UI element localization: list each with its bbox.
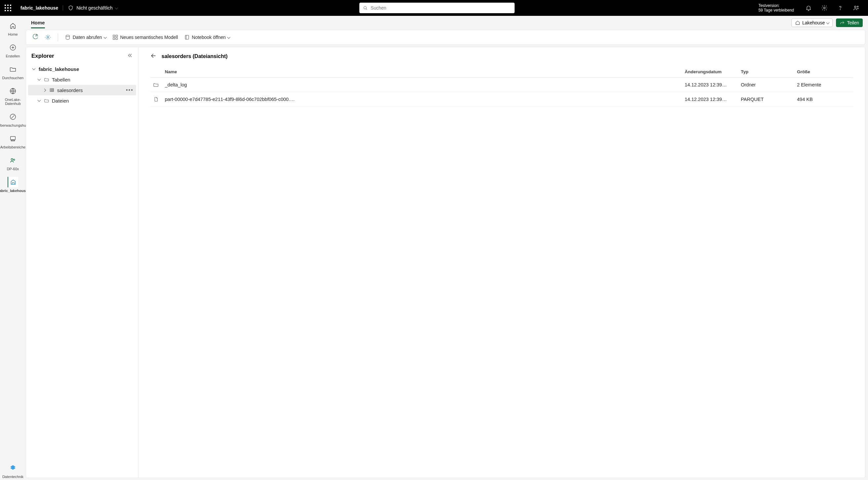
- svg-point-11: [13, 159, 15, 160]
- workspaces-icon: [9, 135, 17, 142]
- notebook-icon: [184, 34, 190, 40]
- svg-rect-14: [113, 35, 115, 37]
- svg-point-4: [857, 6, 858, 7]
- folder-icon: [44, 77, 49, 82]
- svg-point-10: [11, 159, 13, 161]
- cell-name: _delta_log: [165, 82, 685, 88]
- file-view: salesorders (Dateiansicht) Name Änderung…: [138, 47, 865, 478]
- fabric-icon: [9, 464, 17, 472]
- share-icon: [840, 20, 845, 25]
- cell-type: PARQUET: [741, 97, 797, 102]
- arrow-left-icon: [150, 53, 157, 59]
- data-icon: [65, 34, 71, 40]
- nav-workspaces[interactable]: Arbeitsbereiche: [1, 132, 25, 150]
- svg-rect-15: [116, 35, 117, 37]
- back-button[interactable]: [150, 53, 157, 60]
- bell-icon: [805, 5, 812, 11]
- folder-icon: [150, 82, 165, 88]
- trial-status: Testversion: 59 Tage verbleibend: [752, 3, 801, 12]
- more-options-button[interactable]: •••: [126, 87, 133, 93]
- search-box[interactable]: [359, 3, 515, 13]
- explorer-title: Explorer: [31, 53, 54, 59]
- search-input[interactable]: [371, 5, 511, 10]
- svg-rect-8: [10, 137, 16, 140]
- svg-point-0: [364, 6, 366, 9]
- tree-root-lakehouse[interactable]: fabric_lakehouse: [28, 64, 136, 74]
- folder-open-icon: [9, 66, 17, 73]
- tab-home[interactable]: Home: [31, 20, 45, 28]
- svg-point-3: [855, 6, 856, 8]
- svg-point-12: [47, 37, 49, 38]
- account-button[interactable]: [848, 0, 864, 16]
- chevron-down-icon: [37, 77, 41, 82]
- nav-dp60x[interactable]: DP-60x: [1, 154, 25, 172]
- search-icon: [363, 5, 368, 10]
- plus-circle-icon: [9, 44, 17, 51]
- new-semantic-model-button[interactable]: Neues semantisches Modell: [110, 33, 180, 41]
- nav-persona-switcher[interactable]: Datentechnik: [1, 461, 25, 480]
- tree-files[interactable]: Dateien: [28, 95, 136, 106]
- table-icon: [49, 88, 55, 93]
- lakehouse-settings-button[interactable]: [42, 33, 53, 42]
- svg-rect-17: [116, 38, 117, 40]
- refresh-button[interactable]: [30, 33, 41, 42]
- col-name[interactable]: Name: [165, 69, 685, 74]
- svg-point-1: [824, 7, 826, 9]
- ribbon-tab-row: Home Lakehouse Teilen: [26, 16, 868, 28]
- nav-onelake-datahub[interactable]: OneLake-Datenhub: [1, 84, 25, 107]
- file-view-title: salesorders (Dateiansicht): [161, 54, 227, 59]
- chevron-down-icon: [827, 20, 829, 25]
- refresh-icon: [32, 34, 39, 41]
- app-topbar: fabric_lakehouse Nicht geschäftlich Test…: [0, 0, 868, 16]
- open-notebook-button[interactable]: Notebook öffnen: [182, 33, 232, 41]
- cell-modified: 14.12.2023 12:39…: [685, 97, 741, 102]
- sensitivity-label: Nicht geschäftlich: [76, 5, 113, 10]
- get-data-button[interactable]: Daten abrufen: [63, 33, 108, 41]
- file-grid: Name Änderungsdatum Typ Größe _delta_log…: [150, 66, 853, 107]
- share-button[interactable]: Teilen: [836, 19, 863, 27]
- nav-current-lakehouse[interactable]: fabric_lakehouse: [1, 175, 25, 194]
- file-row[interactable]: part-00000-e7d47785-e211-43f9-8l6d-06c70…: [150, 92, 853, 107]
- tree-tables[interactable]: Tabellen: [28, 74, 136, 85]
- svg-rect-16: [113, 38, 115, 40]
- nav-home[interactable]: Home: [1, 19, 25, 38]
- waffle-icon: [5, 5, 11, 11]
- app-launcher-button[interactable]: [0, 0, 16, 16]
- monitor-icon: [9, 113, 17, 121]
- chevron-right-icon: [42, 88, 46, 92]
- collapse-explorer-button[interactable]: [127, 53, 133, 60]
- folder-icon: [44, 98, 49, 103]
- col-size[interactable]: Größe: [797, 69, 853, 74]
- help-button[interactable]: [832, 0, 848, 16]
- svg-rect-18: [185, 35, 189, 39]
- file-row[interactable]: _delta_log 14.12.2023 12:39… Ordner 2 El…: [150, 77, 853, 92]
- settings-button[interactable]: [816, 0, 832, 16]
- file-icon: [150, 96, 165, 102]
- nav-browse[interactable]: Durchsuchen: [1, 63, 25, 81]
- gear-icon: [44, 34, 51, 41]
- svg-point-2: [840, 9, 841, 10]
- nav-create[interactable]: Erstellen: [1, 41, 25, 59]
- ribbon-toolbar: Daten abrufen Neues semantisches Modell …: [26, 30, 865, 45]
- notifications-button[interactable]: [801, 0, 816, 16]
- col-modified[interactable]: Änderungsdatum: [685, 69, 741, 74]
- shield-icon: [68, 5, 74, 11]
- svg-rect-9: [11, 140, 15, 141]
- gear-icon: [821, 5, 828, 11]
- cell-modified: 14.12.2023 12:39…: [685, 82, 741, 88]
- lakehouse-icon: [10, 179, 17, 185]
- svg-rect-19: [50, 89, 54, 91]
- chevron-down-icon: [227, 35, 230, 40]
- tree-table-salesorders[interactable]: salesorders •••: [28, 85, 136, 95]
- model-icon: [112, 34, 118, 40]
- col-type[interactable]: Typ: [741, 69, 797, 74]
- nav-monitoring-hub[interactable]: Überwachungshub: [1, 110, 25, 129]
- people-icon: [9, 157, 17, 164]
- workspace-name[interactable]: fabric_lakehouse: [16, 5, 63, 10]
- view-mode-selector[interactable]: Lakehouse: [792, 19, 833, 27]
- lakehouse-small-icon: [795, 20, 800, 25]
- cell-name: part-00000-e7d47785-e211-43f9-8l6d-06c70…: [165, 97, 685, 102]
- help-icon: [837, 5, 843, 11]
- sensitivity-selector[interactable]: Nicht geschäftlich: [63, 5, 122, 11]
- datahub-icon: [9, 88, 17, 95]
